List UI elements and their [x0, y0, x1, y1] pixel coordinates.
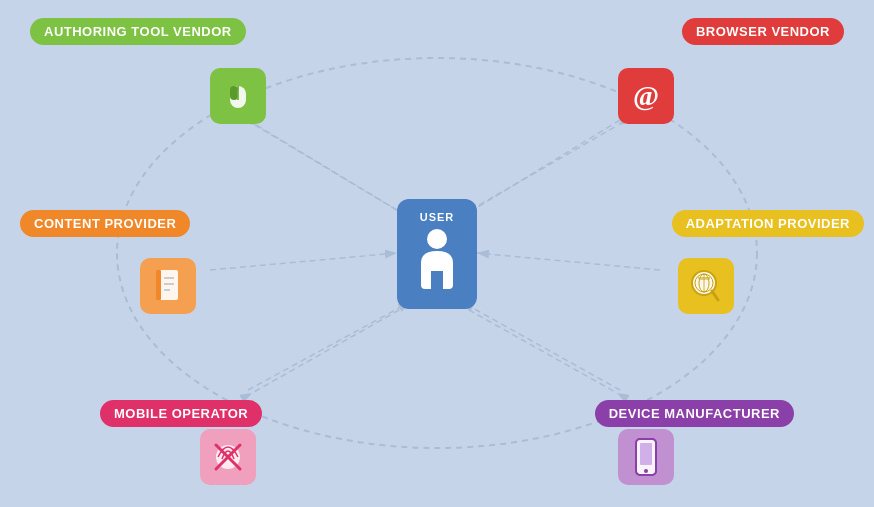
user-card: USER [397, 199, 477, 309]
at-symbol: @ [633, 80, 659, 112]
device-manufacturer-label: DEVICE MANUFACTURER [595, 400, 794, 427]
browser-vendor-icon-box: @ [618, 68, 674, 124]
svg-line-6 [462, 125, 618, 215]
mobile-operator-label: MOBILE OPERATOR [100, 400, 262, 427]
svg-line-3 [248, 120, 410, 218]
svg-line-11 [462, 302, 620, 390]
adaptation-provider-icon-box: www [678, 258, 734, 314]
svg-rect-19 [156, 270, 161, 300]
content-provider-icon-box [140, 258, 196, 314]
svg-rect-34 [640, 443, 652, 465]
svg-line-9 [248, 302, 410, 390]
svg-point-35 [644, 469, 648, 473]
authoring-tool-icon-box [210, 68, 266, 124]
adaptation-provider-label: ADAPTATION PROVIDER [672, 210, 864, 237]
authoring-tool-vendor-label: AUTHORING TOOL VENDOR [30, 18, 246, 45]
svg-line-7 [210, 253, 397, 270]
user-figure [415, 227, 459, 297]
svg-point-13 [427, 229, 447, 249]
svg-line-5 [460, 120, 620, 218]
svg-rect-15 [230, 86, 238, 100]
svg-line-4 [255, 125, 405, 215]
content-provider-label: CONTENT PROVIDER [20, 210, 190, 237]
device-manufacturer-icon-box [618, 429, 674, 485]
mobile-operator-icon-box [200, 429, 256, 485]
svg-line-8 [477, 253, 660, 270]
svg-line-12 [460, 305, 617, 393]
diagram-container: USER AUTHORING TOOL VENDOR BROWSER VENDO… [0, 0, 874, 507]
svg-line-10 [252, 305, 408, 393]
user-label: USER [420, 211, 455, 223]
svg-line-28 [712, 291, 718, 300]
browser-vendor-label: BROWSER VENDOR [682, 18, 844, 45]
